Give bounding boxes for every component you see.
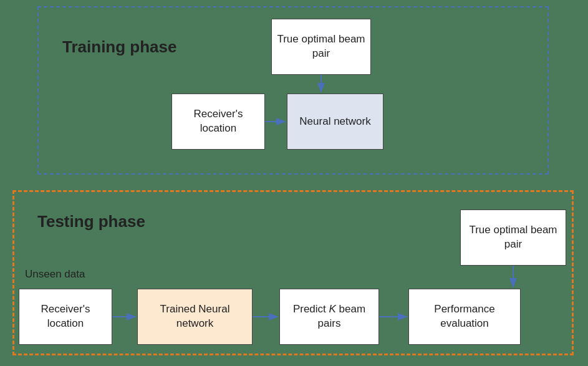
- predict-beam-pairs-box: Predict K beam pairs: [279, 289, 379, 345]
- diagram-container: Training phase Testing phase Unseen data…: [0, 0, 588, 366]
- trained-nn-box: Trained Neural network: [137, 289, 253, 345]
- unseen-data-label: Unseen data: [25, 268, 85, 281]
- true-optimal-beam-train-box: True optimal beam pair: [271, 19, 371, 75]
- true-optimal-beam-test-label: True optimal beam pair: [466, 223, 561, 252]
- neural-network-label: Neural network: [299, 115, 370, 129]
- receiver-location-test-label: Receiver's location: [24, 302, 107, 331]
- true-optimal-beam-train-label: True optimal beam pair: [277, 32, 365, 61]
- performance-evaluation-label: Performance evaluation: [414, 302, 515, 331]
- true-optimal-beam-test-box: True optimal beam pair: [460, 209, 566, 266]
- receiver-location-train-box: Receiver's location: [171, 94, 265, 150]
- training-phase-label: Training phase: [62, 37, 177, 57]
- receiver-location-train-label: Receiver's location: [177, 107, 259, 136]
- neural-network-box: Neural network: [287, 94, 383, 150]
- receiver-location-test-box: Receiver's location: [19, 289, 112, 345]
- testing-phase-label: Testing phase: [37, 212, 145, 231]
- trained-nn-label: Trained Neural network: [143, 302, 247, 331]
- performance-evaluation-box: Performance evaluation: [408, 289, 521, 345]
- predict-beam-pairs-label: Predict K beam pairs: [285, 302, 374, 331]
